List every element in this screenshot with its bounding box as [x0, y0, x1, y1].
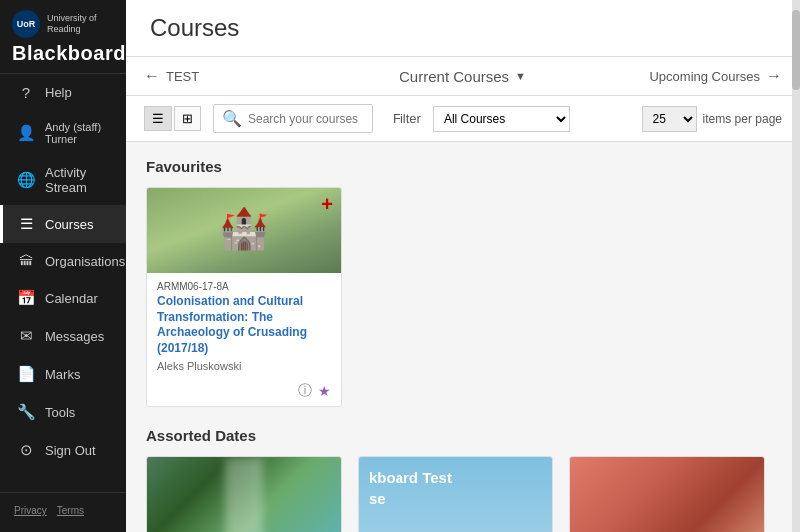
- card-image-sky: kboard Testse: [359, 457, 552, 532]
- per-page-control: 25 50 100 items per page: [642, 106, 782, 132]
- nav-back-label: TEST: [166, 69, 199, 84]
- info-icon[interactable]: ⓘ: [298, 382, 312, 400]
- scrollbar-thumb[interactable]: [792, 10, 800, 90]
- assorted-dates-section-title: Assorted Dates: [146, 427, 780, 444]
- courses-icon: ☰: [17, 215, 35, 233]
- course-card-armm[interactable]: + ARMM06-17-8A Colonisation and Cultural…: [146, 187, 342, 407]
- card-image-castle: +: [147, 188, 341, 273]
- sidebar: UoR University of Reading Blackboard ? H…: [0, 0, 126, 532]
- activity-icon: 🌐: [17, 171, 35, 189]
- nav-next[interactable]: Upcoming Courses →: [569, 67, 782, 85]
- sidebar-item-signout[interactable]: ⊙ Sign Out: [0, 431, 126, 469]
- sidebar-item-marks-label: Marks: [45, 367, 80, 382]
- filter-label: Filter: [393, 111, 421, 126]
- favourites-cards: + ARMM06-17-8A Colonisation and Cultural…: [146, 187, 780, 407]
- sidebar-item-user-label: Andy (staff) Turner: [45, 121, 112, 145]
- nav-next-label: Upcoming Courses: [649, 69, 760, 84]
- sidebar-item-calendar-label: Calendar: [45, 291, 98, 306]
- back-arrow-icon: ←: [144, 67, 160, 85]
- terms-link[interactable]: Terms: [57, 505, 84, 516]
- sidebar-item-signout-label: Sign Out: [45, 443, 96, 458]
- messages-icon: ✉: [17, 327, 35, 345]
- sidebar-item-tools[interactable]: 🔧 Tools: [0, 393, 126, 431]
- card-body: ARMM06-17-8A Colonisation and Cultural T…: [147, 273, 341, 378]
- search-icon: 🔍: [222, 109, 242, 128]
- filter-select[interactable]: All Courses Current Courses Upcoming Cou…: [433, 106, 570, 132]
- nav-dropdown-icon: ▼: [515, 70, 526, 82]
- sidebar-header: UoR University of Reading Blackboard: [0, 0, 126, 74]
- university-logo-text: University of Reading: [47, 13, 97, 35]
- view-toggle: ☰ ⊞: [144, 106, 201, 131]
- nav-center-label: Current Courses: [400, 68, 509, 85]
- calendar-icon: 📅: [17, 289, 35, 307]
- sidebar-footer: Privacy Terms: [0, 492, 126, 532]
- sidebar-item-marks[interactable]: 📄 Marks: [0, 355, 126, 393]
- sidebar-item-messages[interactable]: ✉ Messages: [0, 317, 126, 355]
- card-code: ARMM06-17-8A: [157, 281, 331, 292]
- sidebar-item-courses[interactable]: ☰ Courses: [0, 205, 126, 243]
- sidebar-item-help-label: Help: [45, 85, 72, 100]
- sidebar-item-messages-label: Messages: [45, 329, 104, 344]
- per-page-select[interactable]: 25 50 100: [642, 106, 697, 132]
- sidebar-item-organisations[interactable]: 🏛 Organisations: [0, 243, 126, 279]
- main-content: Courses ← TEST Current Courses ▼ Upcomin…: [126, 0, 800, 532]
- search-box[interactable]: 🔍: [213, 104, 373, 133]
- sidebar-item-activity[interactable]: 🌐 Activity Stream: [0, 155, 126, 205]
- assorted-dates-cards: 2017q2cu5_test01 2017 Q2 CU5 Test course…: [146, 456, 780, 532]
- per-page-label: items per page: [703, 112, 782, 126]
- card-title: Colonisation and Cultural Transformation…: [157, 294, 331, 356]
- sidebar-item-tools-label: Tools: [45, 405, 75, 420]
- card-overlay-text: kboard Testse: [369, 467, 452, 509]
- sidebar-nav: ? Help 👤 Andy (staff) Turner 🌐 Activity …: [0, 74, 126, 492]
- sidebar-item-calendar[interactable]: 📅 Calendar: [0, 279, 126, 317]
- footer-links: Privacy Terms: [0, 501, 126, 524]
- nav-bar: ← TEST Current Courses ▼ Upcoming Course…: [126, 57, 800, 96]
- privacy-link[interactable]: Privacy: [14, 505, 47, 516]
- course-card-ultra-at1[interactable]: RDDEV_ULTRA_AT1 AT Ultra Course 1 Andy (…: [569, 456, 765, 532]
- sidebar-item-organisations-label: Organisations: [45, 254, 125, 268]
- card-instructor: Aleks Pluskowski: [157, 360, 331, 372]
- add-button[interactable]: +: [321, 194, 333, 214]
- card-actions: ⓘ ★: [298, 382, 331, 400]
- main-header: Courses: [126, 0, 800, 57]
- help-icon: ?: [17, 84, 35, 101]
- tools-icon: 🔧: [17, 403, 35, 421]
- signout-icon: ⊙: [17, 441, 35, 459]
- organisations-icon: 🏛: [17, 253, 35, 269]
- course-card-q2cu5[interactable]: 2017q2cu5_test01 2017 Q2 CU5 Test course…: [146, 456, 342, 532]
- user-icon: 👤: [17, 124, 35, 142]
- university-logo: UoR University of Reading: [12, 10, 114, 38]
- toolbar: ☰ ⊞ 🔍 Filter All Courses Current Courses…: [126, 96, 800, 142]
- search-input[interactable]: [248, 112, 368, 126]
- next-arrow-icon: →: [766, 67, 782, 85]
- marks-icon: 📄: [17, 365, 35, 383]
- course-content: Favourites + ARMM06-17-8A Colonisation a…: [126, 142, 800, 532]
- course-card-nm909280[interactable]: kboard Testse RDDEV_nm909280_Q22019_03 A…: [358, 456, 553, 532]
- sidebar-item-user[interactable]: 👤 Andy (staff) Turner: [0, 111, 126, 155]
- star-filled-icon[interactable]: ★: [318, 383, 331, 399]
- sidebar-item-courses-label: Courses: [45, 217, 93, 232]
- scrollbar-track: [792, 0, 800, 532]
- nav-back[interactable]: ← TEST: [144, 67, 357, 85]
- card-footer: ⓘ ★: [147, 378, 341, 406]
- sidebar-item-activity-label: Activity Stream: [45, 165, 112, 195]
- list-view-button[interactable]: ☰: [144, 106, 172, 131]
- sidebar-item-help[interactable]: ? Help: [0, 74, 126, 111]
- blackboard-brand: Blackboard: [12, 42, 114, 65]
- page-title: Courses: [150, 14, 776, 42]
- card-image-rock: [570, 457, 764, 532]
- card-image-waterfall: [147, 457, 341, 532]
- nav-center[interactable]: Current Courses ▼: [357, 68, 569, 85]
- grid-view-button[interactable]: ⊞: [174, 106, 201, 131]
- favourites-section-title: Favourites: [146, 158, 780, 175]
- university-logo-icon: UoR: [12, 10, 40, 38]
